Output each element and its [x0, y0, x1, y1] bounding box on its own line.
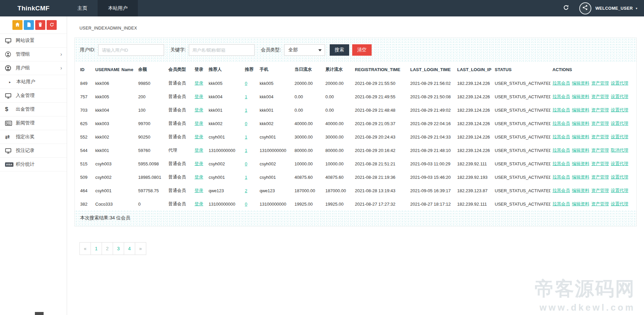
action-link[interactable]: 编辑资料 — [572, 174, 589, 179]
action-link[interactable]: 编辑资料 — [572, 188, 589, 193]
cell-username: Coco333 — [93, 197, 119, 211]
brand-logo[interactable]: ThinkCMF — [0, 0, 67, 16]
action-link[interactable]: 设置代理 — [611, 107, 628, 112]
pagination-page[interactable]: 2 — [102, 242, 113, 255]
cell-id: 703 — [78, 103, 93, 117]
cell-name — [119, 117, 136, 130]
action-link[interactable]: 编辑资料 — [572, 121, 589, 126]
cell-last-login-time: 2021-08-29 21:56:02 — [408, 76, 455, 90]
pagination-page[interactable]: 4 — [124, 242, 135, 255]
tab-home[interactable]: 主页 — [67, 0, 98, 16]
refresh-button[interactable] — [560, 3, 572, 14]
sidebar-item-管理组[interactable]: 管理组› — [0, 48, 67, 61]
login-link[interactable]: 登录 — [195, 134, 203, 139]
pagination-page[interactable]: 1 — [91, 242, 102, 255]
action-link[interactable]: 设置代理 — [611, 94, 628, 99]
action-link[interactable]: 拉黑会员 — [552, 121, 570, 126]
action-link[interactable]: 资产管理 — [591, 148, 609, 153]
member-type-select[interactable]: 全部 — [284, 44, 325, 56]
referral-count-link[interactable]: 0 — [245, 121, 247, 126]
user-menu[interactable]: WELCOME_USER ▼ — [595, 6, 638, 11]
referral-count-link[interactable]: 0 — [245, 81, 247, 86]
referral-count-link[interactable]: 1 — [245, 135, 247, 140]
action-link[interactable]: 拉黑会员 — [552, 148, 570, 153]
login-link[interactable]: 登录 — [195, 81, 203, 86]
action-link[interactable]: 设置代理 — [611, 81, 628, 86]
action-link[interactable]: 资产管理 — [591, 121, 609, 126]
action-link[interactable]: 拉黑会员 — [552, 107, 570, 112]
login-link[interactable]: 登录 — [195, 201, 203, 206]
login-link[interactable]: 登录 — [195, 188, 203, 193]
sidebar-item-投注记录[interactable]: 投注记录 — [0, 144, 67, 158]
sidebar-item-用户组[interactable]: 用户组› — [0, 61, 67, 75]
action-link[interactable]: 设置代理 — [611, 174, 628, 179]
sidebar-item-本站用户[interactable]: ▸本站用户 — [0, 75, 67, 89]
search-button[interactable]: 搜索 — [330, 44, 349, 56]
action-link[interactable]: 资产管理 — [591, 201, 609, 206]
referral-count-link[interactable]: 1 — [245, 108, 247, 113]
referral-count-link[interactable]: 1 — [245, 148, 247, 153]
tab-site-users[interactable]: 本站用户 — [98, 0, 138, 16]
action-link[interactable]: 资产管理 — [591, 107, 609, 112]
column-header: 推荐人 — [207, 62, 243, 76]
file-button[interactable] — [24, 20, 34, 30]
action-link[interactable]: 设置代理 — [611, 121, 628, 126]
scrollbar-thumb[interactable] — [35, 312, 44, 315]
action-link[interactable]: 拉黑会员 — [552, 201, 570, 206]
action-link[interactable]: 设置代理 — [611, 188, 628, 193]
action-link[interactable]: 拉黑会员 — [552, 188, 570, 193]
action-link[interactable]: 资产管理 — [591, 188, 609, 193]
trash-button[interactable] — [35, 20, 45, 30]
home-button[interactable] — [12, 20, 22, 30]
action-link[interactable]: 拉黑会员 — [552, 94, 570, 99]
action-link[interactable]: 设置代理 — [611, 134, 628, 139]
action-link[interactable]: 资产管理 — [591, 174, 609, 179]
avatar[interactable] — [579, 2, 591, 14]
pagination-nav[interactable]: » — [135, 242, 146, 255]
action-link[interactable]: 拉黑会员 — [552, 81, 570, 86]
recycle-button[interactable] — [47, 20, 57, 30]
action-link[interactable]: 拉黑会员 — [552, 174, 570, 179]
clear-button[interactable]: 清空 — [352, 44, 372, 56]
action-link[interactable]: 资产管理 — [591, 134, 609, 139]
login-link[interactable]: 登录 — [195, 94, 203, 99]
referral-count-link[interactable]: 1 — [245, 175, 247, 180]
keyword-input[interactable] — [189, 44, 255, 56]
action-link[interactable]: 编辑资料 — [572, 161, 589, 166]
action-link[interactable]: 拉黑会员 — [552, 161, 570, 166]
login-link[interactable]: 登录 — [195, 148, 203, 153]
login-link[interactable]: 登录 — [195, 161, 203, 166]
sidebar-item-入金管理[interactable]: 入金管理 — [0, 89, 67, 103]
action-link[interactable]: 编辑资料 — [572, 81, 589, 86]
referral-count-link[interactable]: 0 — [245, 202, 247, 207]
action-link[interactable]: 编辑资料 — [572, 94, 589, 99]
action-link[interactable]: 编辑资料 — [572, 134, 589, 139]
action-link[interactable]: 编辑资料 — [572, 201, 589, 206]
sidebar-item-新闻管理[interactable]: 新闻管理 — [0, 116, 67, 130]
action-link[interactable]: 取消代理 — [611, 148, 628, 153]
sidebar-item-指定出奖[interactable]: ⇄指定出奖 — [0, 130, 67, 144]
dollar-icon: $ — [5, 106, 14, 113]
action-link[interactable]: 资产管理 — [591, 81, 609, 86]
login-link[interactable]: 登录 — [195, 121, 203, 126]
sidebar-item-网站设置[interactable]: 网站设置 — [0, 34, 67, 48]
action-link[interactable]: 设置代理 — [611, 201, 628, 206]
referral-count-link[interactable]: 0 — [245, 161, 247, 166]
action-link[interactable]: 编辑资料 — [572, 107, 589, 112]
action-link[interactable]: 拉黑会员 — [552, 134, 570, 139]
pagination-page[interactable]: 3 — [113, 242, 124, 255]
sidebar-item-积分统计[interactable]: VISA积分统计 — [0, 158, 67, 171]
login-link[interactable]: 登录 — [195, 174, 203, 179]
cell-referrals: 1 — [243, 130, 258, 144]
pagination-nav[interactable]: « — [79, 242, 91, 255]
action-link[interactable]: 资产管理 — [591, 94, 609, 99]
action-link[interactable]: 设置代理 — [611, 161, 628, 166]
action-link[interactable]: 资产管理 — [591, 161, 609, 166]
referral-count-link[interactable]: 2 — [245, 188, 247, 193]
cell-member-type: 代理 — [166, 144, 193, 157]
user-id-input[interactable] — [98, 44, 164, 56]
referral-count-link[interactable]: 1 — [245, 94, 247, 99]
action-link[interactable]: 编辑资料 — [572, 148, 589, 153]
sidebar-item-出金管理[interactable]: $出金管理 — [0, 103, 67, 116]
login-link[interactable]: 登录 — [195, 107, 203, 112]
